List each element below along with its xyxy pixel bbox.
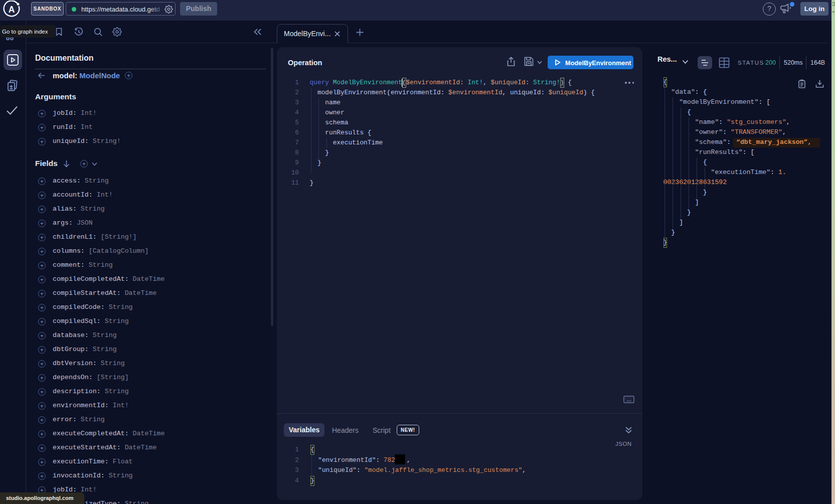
svg-text:A: A bbox=[9, 5, 15, 15]
